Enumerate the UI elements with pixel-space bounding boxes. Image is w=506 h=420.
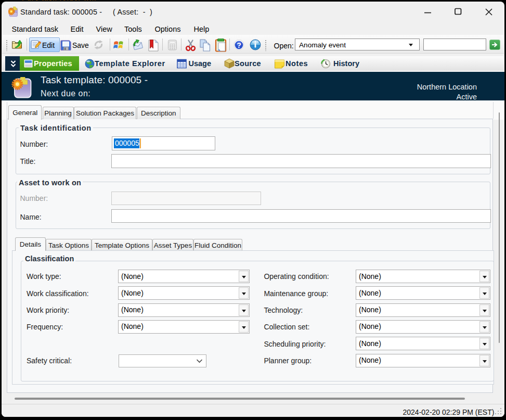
svg-text:?: ?: [237, 41, 241, 49]
